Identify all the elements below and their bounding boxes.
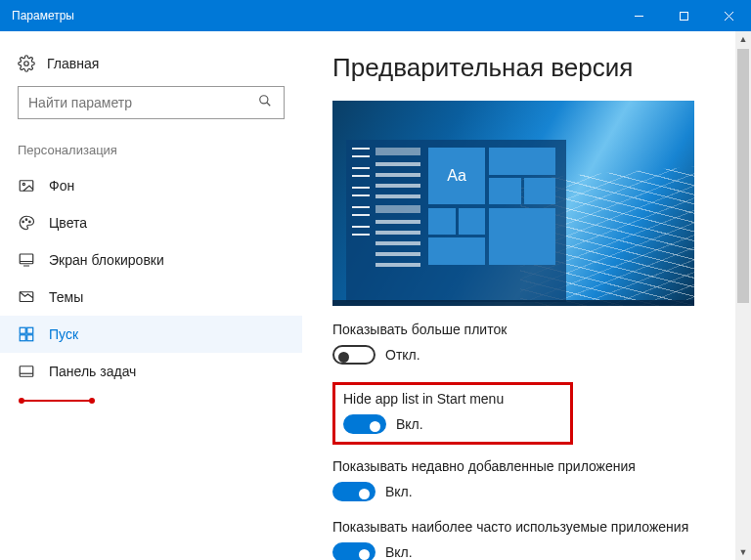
annotation-underline xyxy=(22,398,92,404)
svg-rect-18 xyxy=(20,366,33,377)
svg-rect-1 xyxy=(680,12,687,20)
sidebar-item-lockscreen[interactable]: Экран блокировки xyxy=(0,241,302,279)
maximize-button[interactable] xyxy=(661,0,706,31)
sidebar-item-label: Пуск xyxy=(49,326,78,342)
toggle-hide-app-list[interactable] xyxy=(343,414,386,434)
svg-rect-12 xyxy=(20,254,33,264)
scroll-up-icon[interactable]: ▲ xyxy=(735,31,751,47)
page-heading: Предварительная версия xyxy=(332,53,722,83)
minimize-button[interactable] xyxy=(616,0,661,31)
titlebar: Параметры xyxy=(0,0,751,31)
lockscreen-icon xyxy=(18,251,35,269)
scrollbar[interactable]: ▲ ▼ xyxy=(735,31,751,560)
svg-point-8 xyxy=(22,183,24,185)
svg-rect-14 xyxy=(20,327,25,333)
search-icon xyxy=(258,94,274,111)
sidebar-group-label: Персонализация xyxy=(0,139,302,167)
search-input-container[interactable] xyxy=(18,86,285,119)
sidebar-item-taskbar[interactable]: Панель задач xyxy=(0,353,302,390)
search-input[interactable] xyxy=(28,95,258,110)
svg-point-9 xyxy=(22,221,24,223)
toggle-state-label: Вкл. xyxy=(385,544,413,560)
start-icon xyxy=(18,325,35,343)
sidebar-item-label: Темы xyxy=(49,289,83,305)
svg-point-4 xyxy=(24,62,29,66)
svg-line-6 xyxy=(267,103,271,107)
setting-recent-apps: Показывать недавно добавленные приложени… xyxy=(332,458,722,501)
close-button[interactable] xyxy=(706,0,751,31)
svg-rect-7 xyxy=(20,181,33,192)
window-title: Параметры xyxy=(0,9,616,22)
sidebar-item-background[interactable]: Фон xyxy=(0,167,302,204)
setting-most-used: Показывать наиболее часто используемые п… xyxy=(332,519,722,560)
setting-more-tiles: Показывать больше плиток Откл. xyxy=(332,322,722,365)
sidebar-home[interactable]: Главная xyxy=(0,47,302,86)
palette-icon xyxy=(18,214,35,232)
sidebar-home-label: Главная xyxy=(47,56,99,71)
themes-icon xyxy=(18,288,35,306)
sidebar-item-start[interactable]: Пуск xyxy=(0,316,302,353)
svg-rect-15 xyxy=(27,327,33,333)
svg-point-5 xyxy=(260,96,268,104)
toggle-state-label: Вкл. xyxy=(385,484,413,499)
sidebar: Главная Персонализация Фон Цвета Экран б… xyxy=(0,31,303,560)
taskbar-icon xyxy=(18,363,35,380)
main-panel: Предварительная версия Aa Показывать бол… xyxy=(303,31,751,560)
svg-rect-16 xyxy=(20,335,25,341)
sidebar-item-label: Цвета xyxy=(49,215,87,231)
setting-title: Показывать больше плиток xyxy=(332,322,722,337)
svg-point-10 xyxy=(25,219,27,221)
sidebar-item-colors[interactable]: Цвета xyxy=(0,204,302,241)
start-preview-image: Aa xyxy=(332,101,694,306)
svg-rect-17 xyxy=(27,335,33,341)
sidebar-item-themes[interactable]: Темы xyxy=(0,279,302,316)
setting-hide-app-list: Hide app list in Start menu Вкл. xyxy=(343,391,504,434)
scrollbar-thumb[interactable] xyxy=(737,49,749,303)
preview-tile-aa: Aa xyxy=(428,148,485,204)
sidebar-item-label: Фон xyxy=(49,178,74,194)
toggle-state-label: Откл. xyxy=(385,347,420,363)
toggle-more-tiles[interactable] xyxy=(332,345,376,365)
setting-title: Показывать наиболее часто используемые п… xyxy=(332,519,722,535)
picture-icon xyxy=(18,177,35,194)
scroll-down-icon[interactable]: ▼ xyxy=(735,544,751,560)
toggle-most-used[interactable] xyxy=(332,542,376,560)
toggle-recent-apps[interactable] xyxy=(332,482,376,501)
setting-title: Показывать недавно добавленные приложени… xyxy=(332,458,722,474)
sidebar-item-label: Панель задач xyxy=(49,364,136,379)
annotation-highlight-box: Hide app list in Start menu Вкл. xyxy=(332,382,573,445)
toggle-state-label: Вкл. xyxy=(396,416,423,432)
sidebar-item-label: Экран блокировки xyxy=(49,252,164,268)
gear-icon xyxy=(18,55,35,72)
setting-title: Hide app list in Start menu xyxy=(343,391,504,407)
svg-point-11 xyxy=(29,221,31,223)
